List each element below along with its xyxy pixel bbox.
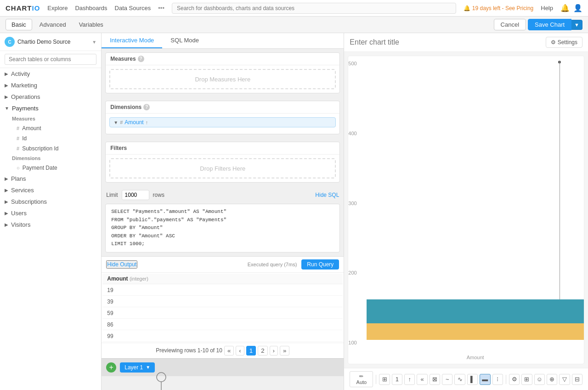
tree-list: ▶ Activity ▶ Marketing ▶ Operations ▼ Pa…	[0, 68, 101, 390]
tab-advanced[interactable]: Advanced	[34, 19, 72, 30]
tree-item-label: Plans	[11, 175, 96, 182]
save-chart-button[interactable]: Save Chart	[528, 19, 571, 30]
layer-1-tab[interactable]: Layer 1 ▼	[120, 362, 155, 373]
limit-input[interactable]	[122, 190, 149, 200]
notifications-icon[interactable]: 🔔	[560, 4, 570, 12]
chart-bar-gold	[367, 323, 584, 340]
page-last-button[interactable]: »	[280, 346, 289, 356]
rows-label: rows	[153, 192, 164, 198]
tab-basic[interactable]: Basic	[6, 19, 32, 30]
pencil-icon: ✏	[359, 373, 363, 379]
filters-dropzone[interactable]: Drop Filters Here	[106, 155, 339, 182]
table-search-input[interactable]	[5, 54, 96, 65]
hide-sql-button[interactable]: Hide SQL	[315, 192, 339, 198]
tree-item-marketing[interactable]: ▶ Marketing	[0, 80, 101, 91]
nav-dashboards[interactable]: Dashboards	[75, 5, 107, 11]
filters-header: Filters	[106, 142, 339, 155]
global-search-input[interactable]	[172, 3, 456, 14]
output-table: Amount (integer) 1939598699	[102, 273, 344, 343]
tree-item-operations[interactable]: ▶ Operations	[0, 91, 101, 103]
main-layout: C Chartio Demo Source ▼ ▶ Activity ▶ Mar…	[0, 33, 588, 390]
tree-item-payments[interactable]: ▼ Payments	[0, 103, 101, 114]
leaf-amount[interactable]: #Amount	[7, 123, 101, 133]
toolbar-hbar-icon[interactable]: ▬	[480, 374, 490, 385]
nav-datasources[interactable]: Data Sources	[115, 5, 151, 11]
page-next-button[interactable]: ›	[270, 346, 278, 356]
tab-interactive-mode[interactable]: Interactive Mode	[102, 33, 162, 48]
source-avatar: C	[5, 37, 15, 47]
page-2-button[interactable]: 2	[258, 346, 267, 356]
x-axis-label: Amount	[367, 355, 584, 360]
toolbar-table-icon[interactable]: ⊞	[379, 374, 390, 385]
source-name: Chartio Demo Source	[17, 39, 89, 45]
toolbar-grid-icon[interactable]: ⊠	[430, 374, 440, 385]
chart-toolbar: ✏ Auto ⊞ 1 ↑ « ⊠ ~ ∿ ▌ ▬ ⁝ ⚙ ⊞ ☺ ⊕ ▽ ⊟	[344, 368, 588, 390]
toolbar-funnel-icon[interactable]: ▽	[559, 374, 570, 385]
save-chart-caret[interactable]: ▼	[571, 20, 582, 30]
tree-item-visitors[interactable]: ▶ Visitors	[0, 219, 101, 230]
sql-editor: SELECT "Payments"."amount" AS "Amount" F…	[105, 204, 340, 252]
toolbar-filter-icon[interactable]: ⚙	[509, 374, 520, 385]
tab-variables[interactable]: Variables	[74, 19, 109, 30]
table-row: 99	[102, 331, 343, 342]
toolbar-smiley-icon[interactable]: ☺	[534, 374, 545, 385]
leaf-subscription-id[interactable]: #Subscription Id	[7, 143, 101, 154]
mode-tabs: Interactive Mode SQL Mode	[102, 33, 344, 49]
page-1-button[interactable]: 1	[246, 346, 256, 356]
help-link[interactable]: Help	[541, 5, 553, 11]
toolbar-scatter-icon[interactable]: ⁝	[492, 374, 503, 385]
hide-output-button[interactable]: Hide Output	[106, 260, 137, 269]
tree-item-services[interactable]: ▶ Services	[0, 184, 101, 196]
toolbar-auto-button[interactable]: ✏ Auto	[350, 371, 373, 387]
user-icon[interactable]: 👤	[573, 4, 582, 12]
sort-asc-icon[interactable]: ↑	[146, 120, 148, 125]
tree-item-users[interactable]: ▶ Users	[0, 207, 101, 219]
nav-more[interactable]: •••	[158, 5, 164, 11]
output-panel: Hide Output Executed query (7ms) Run Que…	[102, 256, 344, 358]
tree-item-subscriptions[interactable]: ▶ Subscriptions	[0, 196, 101, 207]
run-query-button[interactable]: Run Query	[301, 259, 339, 270]
filters-section: Filters Drop Filters Here	[105, 142, 340, 183]
dimension-caret-icon[interactable]: ▼	[113, 120, 118, 125]
tree-item-plans[interactable]: ▶ Plans	[0, 173, 101, 184]
pagination-text: Previewing rows 1-10 of 10	[156, 347, 222, 354]
measures-info-icon[interactable]: ?	[138, 56, 144, 62]
toolbar-left-icon[interactable]: «	[417, 374, 427, 385]
page-prev-button[interactable]: ‹	[236, 346, 244, 356]
hash-icon: #	[17, 146, 19, 151]
tree-item-activity[interactable]: ▶ Activity	[0, 68, 101, 80]
leaf-id[interactable]: #Id	[7, 133, 101, 143]
source-select[interactable]: C Chartio Demo Source ▼	[0, 33, 101, 51]
y-label-100: 100	[348, 340, 365, 345]
logo: CHARTIO	[6, 4, 40, 12]
table-row: 86	[102, 320, 343, 330]
toolbar-wave-icon[interactable]: ~	[442, 374, 452, 385]
sql-content[interactable]: SELECT "Payments"."amount" AS "Amount" F…	[106, 204, 339, 252]
toolbar-up-icon[interactable]: ↑	[404, 374, 415, 385]
toolbar-circle-icon[interactable]: ⊕	[547, 374, 557, 385]
page-first-button[interactable]: «	[224, 346, 234, 356]
chart-title-input[interactable]	[350, 38, 545, 46]
dimensions-section: Dimensions ? ▼ # Amount ↑	[105, 101, 340, 134]
measures-header: Measures ?	[106, 53, 339, 65]
layer-connector	[156, 372, 167, 390]
tab-sql-mode[interactable]: SQL Mode	[162, 33, 207, 48]
pagination-bar: Previewing rows 1-10 of 10 « ‹ 1 2 › »	[102, 343, 344, 358]
leaf-payment-date[interactable]: ○Payment Date	[7, 163, 101, 173]
y-label-500: 500	[348, 61, 365, 66]
nav-explore[interactable]: Explore	[47, 5, 68, 11]
measures-drop-zone[interactable]: Drop Measures Here	[109, 69, 336, 89]
settings-button[interactable]: ⚙ Settings	[546, 37, 582, 48]
toolbar-layout-icon[interactable]: ⊟	[572, 374, 582, 385]
toolbar-bar-icon[interactable]: ▌	[467, 374, 478, 385]
dimensions-info-icon[interactable]: ?	[143, 104, 150, 110]
cancel-button[interactable]: Cancel	[494, 19, 526, 30]
top-nav: CHARTIO Explore Dashboards Data Sources …	[0, 0, 588, 17]
add-layer-button[interactable]: +	[106, 362, 116, 373]
filters-drop-zone[interactable]: Drop Filters Here	[109, 158, 336, 178]
toolbar-1-icon[interactable]: 1	[392, 374, 402, 385]
layer-caret-icon: ▼	[146, 365, 150, 370]
toolbar-group-icon[interactable]: ⊞	[521, 374, 532, 385]
measures-dropzone[interactable]: Drop Measures Here	[106, 65, 339, 93]
toolbar-line-icon[interactable]: ∿	[454, 374, 465, 385]
